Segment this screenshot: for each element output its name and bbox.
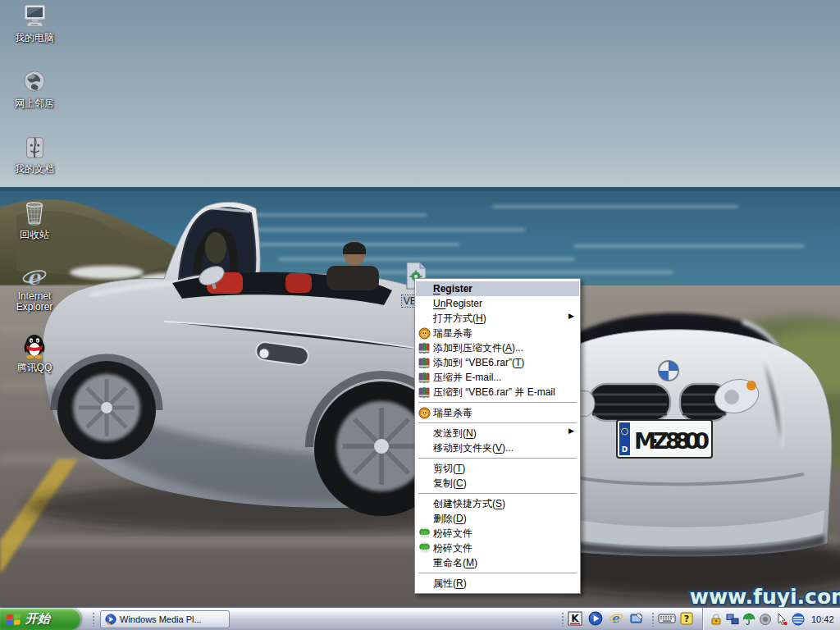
toolbar-grip[interactable] (561, 612, 564, 627)
toolbar-grip[interactable] (651, 612, 655, 627)
network-places-icon (21, 69, 48, 95)
blank-icon (416, 462, 433, 475)
menu-item-compress-and-email[interactable]: 压缩并 E-mail... (416, 370, 579, 385)
menu-item-copy[interactable]: 复制(C) (416, 476, 579, 491)
my-documents-icon (21, 135, 48, 161)
blank-icon (416, 477, 433, 490)
winrar-icon (416, 341, 433, 354)
menu-separator (418, 573, 577, 573)
help-icon: ? (680, 612, 693, 625)
tray-umbrella-icon[interactable] (742, 613, 756, 626)
menu-item-unregister[interactable]: UnRegister (416, 296, 579, 311)
tencent-qq-icon (21, 331, 48, 359)
menu-item-rename[interactable]: 重命名(M) (416, 555, 579, 570)
taskbar: 开始 Windows Media Pl... K (0, 607, 840, 630)
show-desktop-icon (629, 611, 644, 626)
menu-item-register[interactable]: Register (416, 281, 579, 296)
winrar-icon (416, 386, 433, 399)
file-shredder-icon (416, 527, 433, 540)
tray-globe-icon[interactable] (792, 613, 805, 626)
blank-icon (416, 427, 433, 440)
blank-icon (416, 297, 433, 310)
winrar-icon (416, 371, 433, 384)
desktop-icon-internet-explorer[interactable]: e Internet Explorer (0, 266, 69, 313)
desktop-icon-label: 腾讯QQ (17, 363, 52, 373)
k-app-icon: K (568, 611, 582, 626)
menu-item-properties[interactable]: 属性(R) (416, 576, 579, 591)
rising-antivirus-icon (416, 406, 433, 419)
desktop-icon-label: 网上邻居 (15, 98, 54, 109)
tray-network-icon[interactable] (726, 613, 739, 626)
task-button-label: Windows Media Pl... (120, 614, 202, 624)
desktop-icon-my-computer[interactable]: 我的电脑 (0, 3, 69, 44)
desktop-icon-label: 回收站 (20, 230, 49, 240)
svg-text:e: e (611, 611, 620, 626)
blank-icon (416, 512, 433, 525)
menu-item-shred-file-1[interactable]: 粉碎文件 (416, 526, 579, 541)
windows-logo-icon (6, 612, 21, 626)
language-bar-help[interactable]: ? (680, 612, 693, 625)
menu-item-open-with[interactable]: 打开方式(H) ▶ (416, 311, 579, 326)
submenu-arrow-icon: ▶ (568, 312, 574, 320)
blank-icon (416, 312, 433, 325)
my-computer-icon (21, 3, 48, 30)
menu-separator (418, 402, 577, 403)
rising-antivirus-icon (416, 326, 433, 340)
menu-item-create-shortcut[interactable]: 创建快捷方式(S) (416, 496, 579, 511)
toolbar-grip[interactable] (92, 612, 95, 627)
menu-separator (418, 493, 577, 494)
submenu-arrow-icon: ▶ (568, 427, 574, 435)
desktop-icon-tencent-qq[interactable]: 腾讯QQ (0, 331, 69, 374)
menu-separator (418, 458, 577, 459)
menu-item-rising-antivirus-scan[interactable]: 瑞星杀毒 (416, 326, 579, 340)
start-button[interactable]: 开始 (0, 608, 80, 630)
taskbar-clock[interactable]: 10:42 (811, 614, 834, 624)
menu-item-add-to-vbe6-rar[interactable]: 添加到 “VBE6.rar”(T) (416, 355, 579, 370)
desktop-icon-label: Internet Explorer (0, 291, 69, 313)
quick-launch-internet-explorer[interactable]: e (609, 611, 623, 626)
windows-media-player-icon (588, 611, 603, 626)
tray-lock-icon[interactable] (710, 613, 723, 626)
blank-icon (416, 556, 433, 569)
menu-separator (418, 422, 577, 423)
context-menu: Register UnRegister 打开方式(H) ▶ 瑞星杀毒 添加到压缩… (414, 278, 581, 594)
quick-launch-media-player[interactable] (588, 611, 603, 626)
tray-volume-icon[interactable] (759, 613, 772, 626)
menu-item-add-to-archive[interactable]: 添加到压缩文件(A)... (416, 340, 579, 355)
start-button-label: 开始 (25, 611, 50, 627)
keyboard-icon (658, 612, 676, 625)
desktop-icon-my-documents[interactable]: 我的文档 (0, 135, 69, 176)
menu-item-compress-to-vbe6-rar-and-email[interactable]: 压缩到 “VBE6.rar” 并 E-mail (416, 385, 579, 399)
taskbar-task-windows-media-player[interactable]: Windows Media Pl... (100, 610, 230, 628)
menu-item-shred-file-2[interactable]: 粉碎文件 (416, 541, 579, 555)
wallpaper-watermark: www.fuyi.com (690, 585, 840, 607)
internet-explorer-icon: e (21, 266, 48, 290)
svg-text:K: K (571, 613, 579, 624)
recycle-bin-icon (21, 200, 48, 226)
plate-country: D (622, 445, 628, 454)
menu-item-delete[interactable]: 删除(D) (416, 511, 579, 526)
blank-icon (416, 282, 433, 295)
menu-item-send-to[interactable]: 发送到(N) ▶ (416, 426, 579, 441)
winrar-icon (416, 356, 433, 369)
menu-item-move-to-folder[interactable]: 移动到文件夹(V)... (416, 441, 579, 455)
system-tray: 10:42 (702, 608, 840, 630)
menu-item-cut[interactable]: 剪切(T) (416, 461, 579, 476)
desktop-icon-network-places[interactable]: 网上邻居 (0, 69, 69, 110)
quick-launch-show-desktop[interactable] (629, 611, 644, 626)
language-bar-keyboard[interactable] (658, 612, 676, 625)
svg-text:e: e (27, 266, 42, 290)
windows-media-player-icon (105, 614, 116, 625)
file-shredder-icon (416, 541, 433, 555)
desktop-icon-label: 我的文档 (15, 164, 54, 175)
internet-explorer-icon: e (609, 611, 623, 626)
desktop-icon-recycle-bin[interactable]: 回收站 (0, 200, 69, 241)
tray-cursor-icon[interactable] (775, 613, 788, 626)
blank-icon (416, 497, 433, 510)
blank-icon (416, 577, 433, 590)
quick-launch-k-app[interactable]: K (568, 611, 582, 626)
license-plate-text: M·Z 8800 (634, 428, 710, 454)
svg-text:?: ? (684, 614, 689, 624)
blank-icon (416, 441, 433, 454)
menu-item-rising-antivirus-scan-2[interactable]: 瑞星杀毒 (416, 405, 579, 420)
